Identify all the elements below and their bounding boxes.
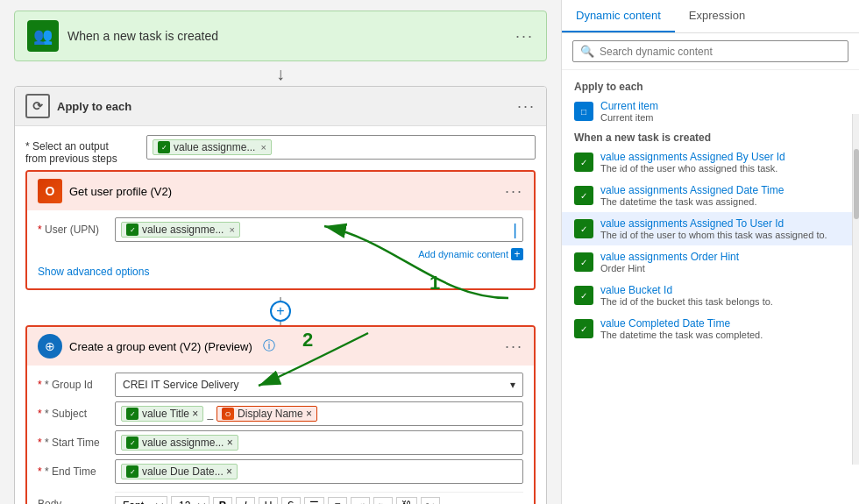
strikethrough-button[interactable]: S̶ [281,497,301,504]
link-button[interactable]: ⛓ [396,497,417,504]
apply-each-token-field[interactable]: ✓ value assignme... × [146,135,536,160]
add-dynamic-plus-icon: + [511,248,523,260]
tab-expression[interactable]: Expression [675,0,759,32]
subject-token1-icon: ✓ [126,408,138,420]
underline-button[interactable]: U [259,497,278,504]
italic-button[interactable]: I [236,497,255,504]
user-upn-row: User (UPN) ✓ value assignme... × | [38,217,523,242]
side-panel-tabs: Dynamic content Expression [562,0,859,33]
order-hint-icon: ✓ [574,252,593,272]
current-item-icon: □ [574,102,593,121]
group-id-value: CREI IT Service Delivery [123,379,238,391]
end-time-field[interactable]: ✓ value Due Date... × [115,459,523,484]
dynamic-item-bucket-id[interactable]: ✓ value Bucket Id The id of the bucket t… [562,279,859,312]
dynamic-item-assigned-by-user[interactable]: ✓ value assignments Assigned By User Id … [562,146,859,179]
start-time-field[interactable]: ✓ value assignme... × [115,430,523,455]
dynamic-item-assigned-date[interactable]: ✓ value assignments Assigned Date Time T… [562,179,859,212]
cursor-indicator: | [513,221,517,239]
assigned-date-content: value assignments Assigned Date Time The… [600,184,784,207]
bucket-id-content: value Bucket Id The id of the bucket thi… [600,284,773,307]
font-select[interactable]: Font [115,496,167,504]
end-token-icon: ✓ [126,465,138,478]
assigned-to-user-desc: The id of the user to whom this task was… [600,230,827,240]
apply-each-token-close[interactable]: × [260,142,266,153]
user-token-icon: ✓ [126,224,138,236]
create-event-title: Create a group event (V2) (Preview) [69,340,252,353]
subject-row: * Subject ✓ value Title × _ O Display Na… [38,401,523,426]
assigned-date-icon: ✓ [574,186,593,205]
search-input[interactable] [600,46,841,58]
bucket-id-desc: The id of the bucket this task belongs t… [600,296,773,307]
search-input-wrap: 🔍 [572,40,848,62]
group-event-icon: ⊕ [38,334,62,358]
dynamic-item-order-hint[interactable]: ✓ value assignments Order Hint Order Hin… [562,245,859,279]
subject-token-2: O Display Name × [217,406,317,422]
assigned-date-title: value assignments Assigned Date Time [600,184,784,196]
dynamic-item-current-item[interactable]: □ Current item Current item [562,95,859,128]
loop-icon: ⟳ [25,94,50,118]
bucket-id-title: value Bucket Id [600,284,773,296]
assigned-date-desc: The datetime the task was assigned. [600,196,784,207]
start-time-token: ✓ value assignme... × [121,435,238,451]
trigger-title: When a new task is created [67,29,218,43]
outdent-button[interactable]: ⇤ [373,497,393,504]
subject-token2-icon: O [222,408,234,420]
info-icon: ⓘ [263,338,275,354]
subject-token-1: ✓ value Title × [121,406,203,422]
dynamic-item-assigned-to-user[interactable]: ✓ value assignments Assigned To User Id … [562,212,859,245]
apply-to-each-title: Apply to each [57,100,131,113]
trigger-more-button[interactable]: ··· [515,27,534,46]
apply-to-each-header: ⟳ Apply to each ··· [15,87,546,126]
user-upn-label: User (UPN) [38,224,108,236]
user-upn-token: ✓ value assignme... × [121,222,240,238]
get-user-profile-body: User (UPN) ✓ value assignme... × | Add d… [27,210,534,288]
side-panel: Dynamic content Expression 🔍 Apply to ea… [561,0,859,504]
add-dynamic-label: Add dynamic content [418,249,508,259]
show-advanced-options[interactable]: Show advanced options [38,262,523,281]
start-time-token-text: value assignme... × [142,437,233,449]
dynamic-content-list: Apply to each □ Current item Current ite… [562,70,859,504]
subject-field[interactable]: ✓ value Title × _ O Display Name × [115,401,523,426]
assigned-to-user-icon: ✓ [574,219,593,238]
apply-each-token-text: value assignme... [174,141,255,153]
current-item-desc: Current item [600,112,658,123]
user-upn-token-close[interactable]: × [229,224,234,235]
assigned-to-user-title: value assignments Assigned To User Id [600,217,827,230]
arrow-down-connector: ↓ [14,61,547,86]
completed-date-icon: ✓ [574,319,593,338]
assigned-by-user-icon: ✓ [574,153,593,172]
end-time-row: * End Time ✓ value Due Date... × [38,459,523,484]
get-user-more-button[interactable]: ··· [505,182,523,201]
scrollbar-thumb[interactable] [854,149,859,219]
indent-button[interactable]: ⇥ [351,497,370,504]
list-ordered-button[interactable]: ≡ [328,497,347,504]
unlink-button[interactable]: ✂ [421,497,440,504]
start-time-label: * Start Time [38,437,108,449]
create-event-header: ⊕ Create a group event (V2) (Preview) ⓘ … [27,327,534,366]
body-label: Body [38,498,108,505]
search-icon: 🔍 [580,45,594,58]
list-unordered-button[interactable]: ☰ [304,497,324,504]
add-dynamic-content-link[interactable]: Add dynamic content + [38,246,523,262]
scrollbar-track [852,114,859,465]
user-upn-field[interactable]: ✓ value assignme... × | [115,217,523,242]
order-hint-content: value assignments Order Hint Order Hint [600,251,739,273]
font-size-select[interactable]: 12 [171,496,209,504]
body-row: Body Font 12 B I U [38,488,523,504]
bold-button[interactable]: B [213,497,232,504]
dynamic-item-completed-date[interactable]: ✓ value Completed Date Time The datetime… [562,312,859,345]
current-item-content: Current item Current item [600,100,658,123]
select-output-label: * Select an outputfrom previous steps [25,135,139,165]
apply-each-more-button[interactable]: ··· [517,97,536,116]
tab-dynamic-content[interactable]: Dynamic content [562,0,675,32]
subject-token2-text: Display Name × [238,408,312,420]
trigger-card: 👥 When a new task is created ··· [14,11,547,61]
get-user-profile-header: O Get user profile (V2) ··· [27,172,534,210]
add-step-button[interactable]: + [270,301,291,322]
user-upn-token-text: value assignme... [142,224,224,236]
subject-separator: _ [207,408,213,420]
subject-token1-text: value Title × [142,408,198,420]
create-event-more-button[interactable]: ··· [505,337,523,356]
current-item-title: Current item [600,100,658,112]
group-id-dropdown[interactable]: CREI IT Service Delivery ▾ [115,373,523,397]
